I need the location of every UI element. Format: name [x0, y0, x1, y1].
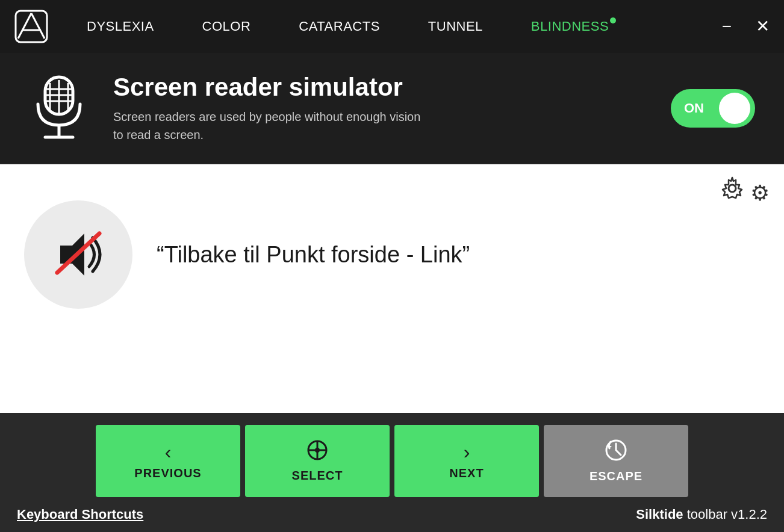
main-content: ⚙ “Tilbake til Punkt forside - Link” — [0, 164, 784, 413]
header-section: Screen reader simulator Screen readers a… — [0, 53, 784, 164]
nav-item-cataracts[interactable]: CATARACTS — [275, 19, 403, 34]
nav-item-blindness[interactable]: BLINDNESS — [507, 19, 633, 34]
svg-point-13 — [729, 185, 736, 192]
version-text: Silktide toolbar v1.2.2 — [636, 507, 767, 522]
next-icon: › — [464, 442, 470, 462]
on-off-toggle[interactable]: ON — [671, 89, 755, 128]
nav-controls: − ✕ — [717, 16, 774, 37]
svg-line-2 — [31, 13, 45, 39]
logo[interactable] — [10, 5, 53, 48]
top-nav: DYSLEXIA COLOR CATARACTS TUNNEL BLINDNES… — [0, 0, 784, 53]
previous-icon: ‹ — [165, 442, 172, 462]
reader-text: “Tilbake til Punkt forside - Link” — [157, 242, 470, 268]
select-label: SELECT — [292, 469, 343, 483]
svg-point-19 — [315, 448, 320, 453]
active-indicator-dot — [610, 17, 616, 23]
microphone-icon — [29, 72, 89, 144]
svg-rect-0 — [16, 11, 47, 42]
toggle-label: ON — [684, 101, 704, 116]
nav-item-dyslexia[interactable]: DYSLEXIA — [63, 19, 178, 34]
previous-label: PREVIOUS — [134, 466, 201, 480]
select-button[interactable]: SELECT — [245, 425, 390, 497]
settings-button[interactable]: ⚙ — [720, 176, 770, 206]
bottom-bar: ‹ PREVIOUS SELECT › NEXT — [0, 413, 784, 532]
nav-item-tunnel[interactable]: TUNNEL — [404, 19, 507, 34]
minimize-button[interactable]: − — [717, 16, 736, 37]
escape-button[interactable]: ESCAPE — [544, 425, 688, 497]
reader-display: “Tilbake til Punkt forside - Link” — [0, 164, 784, 345]
header-subtitle: Screen readers are used by people withou… — [113, 108, 647, 144]
nav-items: DYSLEXIA COLOR CATARACTS TUNNEL BLINDNES… — [63, 19, 717, 34]
next-label: NEXT — [449, 466, 484, 480]
speaker-muted-icon — [24, 200, 132, 309]
nav-item-color[interactable]: COLOR — [178, 19, 275, 34]
close-button[interactable]: ✕ — [751, 16, 774, 37]
toggle-wrap: ON — [671, 89, 755, 128]
keyboard-shortcuts-link[interactable]: Keyboard Shortcuts — [17, 507, 143, 522]
previous-button[interactable]: ‹ PREVIOUS — [96, 425, 240, 497]
bottom-footer: Keyboard Shortcuts Silktide toolbar v1.2… — [0, 507, 784, 522]
select-icon — [306, 439, 328, 464]
toggle-knob — [719, 93, 750, 124]
next-button[interactable]: › NEXT — [394, 425, 539, 497]
escape-label: ESCAPE — [590, 469, 642, 483]
escape-icon — [605, 439, 627, 465]
nav-buttons: ‹ PREVIOUS SELECT › NEXT — [0, 425, 784, 497]
header-title: Screen reader simulator — [113, 73, 647, 102]
header-text: Screen reader simulator Screen readers a… — [113, 73, 647, 144]
gear-wrap: ⚙ — [720, 176, 770, 206]
svg-line-1 — [18, 13, 31, 39]
